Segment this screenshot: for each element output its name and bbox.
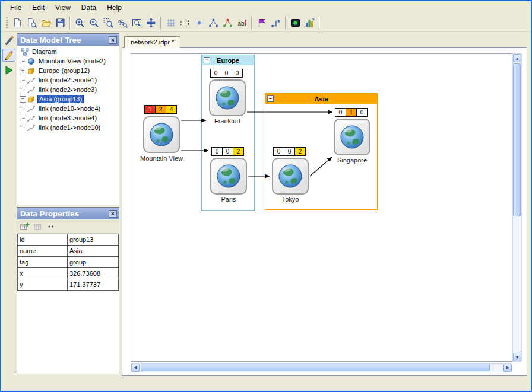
node-mountain-view[interactable] [143,116,180,153]
vertical-scrollbar[interactable]: ▲ ▼ [512,53,522,362]
svg-text:?: ? [312,18,315,23]
node-label: Tokyo [261,196,320,203]
scroll-left-button[interactable]: ◀ [131,364,140,372]
side-toolbar [1,32,17,391]
zoom-fit-button[interactable] [129,16,144,30]
group-europe-header[interactable]: − Europe [202,55,254,65]
badges-singapore: 0 1 0 [335,108,367,117]
new-button[interactable] [10,16,24,30]
tree-item-link-3[interactable]: link (node10->node4) [17,104,119,113]
tree-item-diagram[interactable]: Diagram [17,47,119,56]
chart-help-button[interactable]: ? [302,16,316,30]
data-properties-titlebar[interactable]: Data Properties × [17,208,119,219]
flag-button[interactable] [254,16,268,30]
diagram-canvas[interactable]: − Europe − Asia 1 2 [131,53,512,362]
property-value[interactable]: 171.37737 [68,279,118,290]
property-value[interactable]: 326.73608 [68,268,118,279]
tree-item-europe[interactable]: + Europe (group12) [17,66,119,75]
preview-button[interactable] [24,16,39,30]
horizontal-scrollbar[interactable]: ◀ ▶ [131,363,512,372]
select-area-button[interactable] [178,16,192,30]
zoom-percent-button[interactable]: % [115,16,129,30]
tree-item-label: Mountain View (node2) [37,58,107,65]
pencil-tool-button[interactable] [2,49,15,62]
layout-tree-blue-button[interactable] [206,16,220,30]
diagram-icon [21,48,29,56]
horizontal-scroll-thumb[interactable] [141,364,490,371]
pan-icon [146,18,156,28]
display-toggle-button[interactable] [288,16,302,30]
tree-item-label: link (node3->node4) [37,114,98,122]
scroll-up-button[interactable]: ▲ [513,54,521,62]
group-asia-header[interactable]: − Asia [265,94,377,104]
data-model-tree-titlebar[interactable]: Data Model Tree × [17,34,119,46]
menu-edit[interactable]: Edit [27,2,50,14]
remove-property-button[interactable] [33,221,43,232]
tree-item-asia[interactable]: + Asia (group13) [17,94,119,104]
pan-button[interactable] [144,16,158,30]
menu-view[interactable]: View [50,2,76,14]
panel-title: Data Model Tree [20,36,81,44]
property-key: x [18,268,68,279]
property-value[interactable]: group13 [68,234,118,245]
close-icon[interactable]: × [109,36,117,44]
node-label: Mountain View [132,155,191,162]
tree-item-link-5[interactable]: link (node1->node10) [17,123,119,132]
scroll-down-button[interactable]: ▼ [513,353,521,361]
tree-item-link-2[interactable]: link (node2->node3) [17,85,119,94]
zoom-in-button[interactable] [72,16,87,30]
tree-item-link-1[interactable]: link (node2->node1) [17,75,119,85]
node-paris[interactable] [210,158,247,195]
scroll-right-button[interactable]: ▶ [504,364,512,372]
tree-item-label: link (node2->node3) [37,86,98,93]
toolbar-separator [319,17,319,30]
toolbar-grip[interactable] [6,17,8,29]
collapse-icon[interactable]: − [204,57,210,63]
collapse-icon[interactable]: − [267,95,274,102]
connector-button[interactable] [268,16,283,30]
new-icon [12,18,23,28]
zoom-area-button[interactable] [101,16,115,30]
menu-data[interactable]: Data [76,2,102,14]
layout-tree-red-button[interactable] [220,16,235,30]
menu-file[interactable]: File [5,2,27,14]
node-label: Frankfurt [198,117,257,125]
badge: 0 [356,108,368,117]
globe-icon [148,122,175,148]
node-label: Paris [199,196,258,203]
tree-item-mountain-view[interactable]: Mountain View (node2) [17,56,119,66]
label-button[interactable]: ab [235,16,249,30]
remove-property-icon [33,222,43,231]
table-row: y 171.37737 [18,279,118,291]
tab-network2[interactable]: network2.idpr * [124,36,180,48]
grid-button[interactable] [163,16,178,30]
tree-item-label: Diagram [31,48,58,55]
link-icon [27,124,36,132]
run-button[interactable] [2,63,15,77]
link-icon [27,105,36,113]
property-key: tag [18,257,68,267]
vertical-scroll-thumb[interactable] [513,63,521,216]
add-property-button[interactable] [20,221,30,232]
dots-icon [46,222,56,231]
more-options-button[interactable] [46,221,56,232]
close-icon[interactable]: × [109,210,117,218]
tree-item-link-4[interactable]: link (node3->node4) [17,113,119,123]
crosshair-button[interactable] [192,16,206,30]
menu-help[interactable]: Help [102,2,127,14]
property-value[interactable]: group [68,257,118,267]
zoom-out-button[interactable] [87,16,101,30]
save-button[interactable] [53,16,67,30]
data-model-tree-panel: Data Model Tree × Diagram Mountain View … [17,33,119,205]
tree-item-label: link (node1->node10) [37,124,102,131]
badge: 0 [273,147,284,156]
node-singapore[interactable] [334,119,370,155]
zoom-out-icon [89,18,99,28]
node-frankfurt[interactable] [209,79,246,116]
pen-tool-button[interactable] [2,34,15,47]
link-icon [27,86,36,94]
property-value[interactable]: Asia [68,246,118,256]
node-tokyo[interactable] [272,158,309,195]
badge: 0 [210,69,221,78]
open-button[interactable] [39,16,53,30]
